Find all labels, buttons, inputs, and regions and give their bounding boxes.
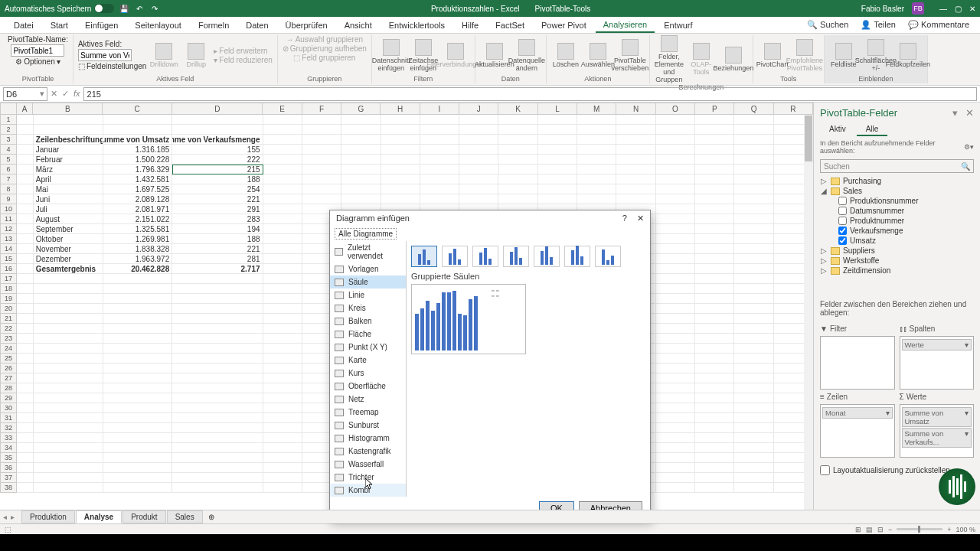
tab-factset[interactable]: FactSet [488,18,532,32]
cell-C32[interactable] [103,423,173,433]
record-macro-icon[interactable]: ⬚ [5,526,11,533]
cell-O27[interactable] [656,373,695,383]
cell-E29[interactable] [263,393,302,403]
cell-B6[interactable]: März [34,165,103,174]
defer-layout-checkbox[interactable] [820,465,830,475]
row-header-32[interactable]: 32 [0,423,17,433]
cell-Q10[interactable] [734,204,773,214]
field-produktionsnummer[interactable]: Produktionsnummer [817,196,977,206]
chart-subtype-0[interactable] [411,246,437,267]
cell-C4[interactable]: 1.316.185 [103,145,173,155]
zoom-level[interactable]: 100 % [956,526,975,533]
cell-A29[interactable] [17,393,34,403]
cell-A22[interactable] [17,324,34,334]
cell-E37[interactable] [263,473,302,483]
select-button[interactable]: Auswählen [583,43,612,68]
chart-category-linie[interactable]: Linie [330,289,406,302]
cell-B13[interactable]: Oktober [34,234,103,244]
row-header-13[interactable]: 13 [0,234,17,244]
formula-bar[interactable]: 215 [83,87,977,101]
cell-B2[interactable] [34,125,103,135]
cell-Q19[interactable] [734,294,773,304]
chart-category-kombi[interactable]: Kombi [330,484,406,497]
cell-D31[interactable] [172,413,263,423]
cell-A5[interactable] [17,155,34,165]
row-header-10[interactable]: 10 [0,204,17,214]
cell-G2[interactable] [341,125,381,135]
cell-D32[interactable] [172,423,263,433]
cell-E1[interactable] [263,115,302,125]
cell-O29[interactable] [656,393,695,403]
cell-F5[interactable] [302,155,341,165]
tab-entwurf[interactable]: Entwurf [656,18,700,32]
col-header-D[interactable]: D [172,103,263,115]
cell-A36[interactable] [17,463,34,473]
cell-D8[interactable]: 254 [172,184,263,194]
filter-drop-area[interactable] [820,336,895,390]
cell-E3[interactable] [263,135,302,145]
cell-E23[interactable] [263,334,302,344]
cell-E10[interactable] [263,204,302,214]
row-header-23[interactable]: 23 [0,334,17,344]
cell-N8[interactable] [616,184,655,194]
cell-N9[interactable] [616,194,655,204]
search-tab[interactable]: 🔍 Suchen [802,18,853,31]
dialog-tab-all-charts[interactable]: Alle Diagramme [335,228,397,240]
cell-B30[interactable] [34,403,103,413]
relations-button[interactable]: Beziehungen [719,47,748,72]
row-header-29[interactable]: 29 [0,393,17,403]
chart-category-balken[interactable]: Balken [330,315,406,328]
chart-category-flche[interactable]: Fläche [330,328,406,341]
cell-P13[interactable] [695,234,734,244]
cell-A11[interactable] [17,214,34,224]
cell-E16[interactable] [263,264,302,274]
cell-O16[interactable] [656,264,695,274]
rows-drop-area[interactable]: Monat▾ [820,404,895,458]
cell-D14[interactable]: 221 [172,244,263,254]
cell-A16[interactable] [17,264,34,274]
cell-K1[interactable] [498,115,537,125]
row-header-17[interactable]: 17 [0,274,17,284]
cell-B26[interactable] [34,364,103,373]
tab-überprüfen[interactable]: Überprüfen [278,18,335,32]
cell-C33[interactable] [103,433,173,443]
cell-B10[interactable]: Juli [34,204,103,214]
cell-P9[interactable] [695,194,734,204]
cell-M5[interactable] [577,155,616,165]
cell-H5[interactable] [381,155,420,165]
cell-Q8[interactable] [734,184,773,194]
cell-P12[interactable] [695,224,734,234]
cell-P19[interactable] [695,294,734,304]
insert-slicer-button[interactable]: Datenschnitt einfügen [377,39,406,72]
cell-Q12[interactable] [734,224,773,234]
cell-D9[interactable]: 221 [172,194,263,204]
cell-B24[interactable] [34,344,103,354]
add-sheet-button[interactable]: ⊕ [204,513,219,521]
cell-L2[interactable] [538,125,577,135]
cell-Q35[interactable] [734,453,773,463]
cell-E28[interactable] [263,383,302,393]
cell-F3[interactable] [302,135,341,145]
cell-C8[interactable]: 1.697.525 [103,184,173,194]
cell-B16[interactable]: Gesamtergebnis [34,264,103,274]
chart-category-wasserfall[interactable]: Wasserfall [330,458,406,471]
cell-E35[interactable] [263,453,302,463]
cell-A18[interactable] [17,284,34,294]
cell-E27[interactable] [263,373,302,383]
cell-A37[interactable] [17,473,34,483]
cell-M3[interactable] [577,135,616,145]
tab-power pivot[interactable]: Power Pivot [534,18,594,32]
view-page-icon[interactable]: ▤ [866,526,873,533]
cell-F2[interactable] [302,125,341,135]
cell-B1[interactable] [34,115,103,125]
cell-Q29[interactable] [734,393,773,403]
col-header-G[interactable]: G [341,103,381,115]
cell-P28[interactable] [695,383,734,393]
cell-C11[interactable]: 2.151.022 [103,214,173,224]
chart-category-punktxy[interactable]: Punkt (X Y) [330,341,406,354]
cell-N6[interactable] [616,165,655,174]
field-table-purchasing[interactable]: ▷Purchasing [817,176,977,186]
cell-E21[interactable] [263,314,302,324]
field-umsatz[interactable]: Umsatz [817,236,977,246]
cell-P20[interactable] [695,304,734,314]
